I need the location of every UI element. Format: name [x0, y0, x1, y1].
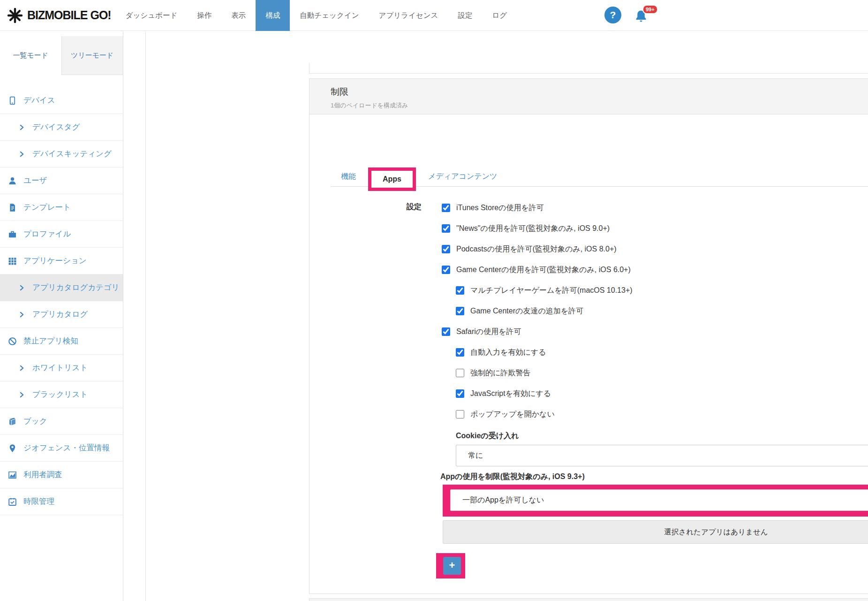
sidebar-item-icon	[19, 285, 25, 291]
main-nav: ダッシュボード操作表示構成自動チェックインアプリライセンス設定ログ	[116, 0, 517, 31]
help-icon[interactable]: ?	[604, 7, 621, 23]
restriction-checkbox[interactable]	[456, 410, 464, 418]
sidebar-item-icon	[8, 337, 17, 346]
sidebar-item-icon	[8, 96, 17, 105]
app-limit-highlight-box: 一部のAppを許可しない	[443, 485, 868, 517]
nav-operation[interactable]: 操作	[187, 0, 221, 31]
settings-form: 設定 iTunes Storeの使用を許可 "News"の使用を許可(監視対象の…	[331, 198, 868, 578]
tab-list-mode[interactable]: 一覧モード	[0, 36, 61, 75]
tab-apps[interactable]: Apps	[368, 167, 416, 191]
settings-label: 設定	[331, 198, 422, 578]
restriction-checkbox[interactable]	[442, 245, 450, 253]
nav-app-license[interactable]: アプリライセンス	[369, 0, 448, 31]
sidebar-item-user[interactable]: ユーザ	[0, 167, 123, 194]
sidebar-item-icon	[8, 471, 17, 479]
sidebar-item-icon	[8, 497, 17, 506]
restriction-checkbox[interactable]	[456, 286, 464, 295]
restriction-checkbox[interactable]	[456, 389, 464, 398]
sidebar-item-template[interactable]: テンプレート	[0, 194, 123, 221]
sidebar-item-icon	[8, 444, 17, 453]
sidebar-item-device[interactable]: デバイス	[0, 87, 123, 114]
previous-section-edge	[309, 63, 868, 74]
restrictions-card: 制限 1個のペイロードを構成済み − 機能Appsメディアコンテンツ 設定 iT…	[309, 78, 868, 594]
nav-settings[interactable]: 設定	[448, 0, 482, 31]
restriction-checkbox[interactable]	[442, 224, 450, 233]
sidebar-item-whitelist[interactable]: ホワイトリスト	[0, 355, 123, 381]
add-app-button[interactable]: +	[443, 557, 461, 575]
logo-asterisk-icon	[7, 7, 23, 24]
restrictions-card-body: − 機能Appsメディアコンテンツ 設定 iTunes Storeの使用を許可 …	[309, 166, 868, 578]
restriction-checkbox[interactable]	[456, 348, 464, 357]
app-limit-select[interactable]: 一部のAppを許可しない	[450, 489, 868, 511]
nav-auto-checkin[interactable]: 自動チェックイン	[290, 0, 369, 31]
sidebar-mode-tabs: 一覧モードツリーモード	[0, 36, 123, 75]
restrictions-subtitle: 1個のペイロードを構成済み	[331, 101, 868, 110]
settings-field: iTunes Storeの使用を許可 "News"の使用を許可(監視対象のみ, …	[422, 198, 868, 578]
sidebar-item-icon	[8, 417, 17, 426]
restrictions-title: 制限	[331, 86, 868, 98]
sidebar-item-device-kitting[interactable]: デバイスキッティング	[0, 141, 123, 167]
tab-tree-mode[interactable]: ツリーモード	[61, 36, 123, 75]
nav-log[interactable]: ログ	[482, 0, 517, 31]
add-app-highlight-box: +	[436, 553, 465, 578]
sidebar-item-usage-survey[interactable]: 利用者調査	[0, 462, 123, 488]
restriction-checkbox[interactable]	[442, 204, 450, 212]
http-proxy-card: グローバルHTTPプロキシ(監視対象のみ) 構成されていません	[309, 598, 868, 601]
sidebar-item-book[interactable]: ブック	[0, 408, 123, 435]
restriction-checkbox[interactable]	[456, 307, 464, 315]
sidebar-item-icon	[19, 392, 25, 398]
top-header: BIZMOBILE GO! ダッシュボード操作表示構成自動チェックインアプリライ…	[0, 0, 868, 31]
nav-dashboard[interactable]: ダッシュボード	[116, 0, 188, 31]
sidebar-item-application[interactable]: アプリケーション	[0, 248, 123, 274]
sidebar-item-icon	[8, 230, 17, 239]
sidebar-item-icon	[8, 176, 17, 185]
sidebar: 一覧モードツリーモード デバイス デバイスタグ デバイスキッティング ユーザ テ…	[0, 31, 123, 601]
sidebar-item-icon	[8, 203, 17, 212]
sidebar-item-icon	[19, 151, 25, 157]
restriction-checkbox[interactable]	[456, 369, 464, 377]
app-logo[interactable]: BIZMOBILE GO!	[0, 7, 111, 24]
notifications-button[interactable]: 99+	[634, 6, 655, 26]
notification-badge: 99+	[642, 5, 658, 14]
app-limit-label: Appの使用を制限(監視対象のみ, iOS 9.3+)	[440, 472, 868, 482]
sidebar-item-app-catalog-category[interactable]: アプリカタログカテゴリ	[0, 274, 123, 301]
cookie-accept-select[interactable]: 常に	[456, 445, 868, 466]
restrictions-tabbar: 機能Appsメディアコンテンツ	[331, 166, 868, 187]
sidebar-item-icon	[19, 124, 25, 130]
sidebar-item-app-catalog[interactable]: アプリカタログ	[0, 301, 123, 328]
cookie-accept-label: Cookieの受け入れ	[456, 431, 868, 441]
sidebar-item-icon	[19, 365, 25, 371]
tab-functions[interactable]: 機能	[331, 166, 366, 187]
nav-view[interactable]: 表示	[221, 0, 256, 31]
restriction-checkbox[interactable]	[442, 327, 450, 336]
sidebar-item-icon	[8, 257, 17, 266]
sidebar-item-blacklist[interactable]: ブラックリスト	[0, 381, 123, 408]
sidebar-item-profile[interactable]: プロファイル	[0, 221, 123, 248]
sidebar-item-banned-app-detection[interactable]: 禁止アプリ検知	[0, 328, 123, 355]
sidebar-item-time-limit[interactable]: 時限管理	[0, 488, 123, 515]
app-title: BIZMOBILE GO!	[27, 8, 111, 22]
sidebar-menu: デバイス デバイスタグ デバイスキッティング ユーザ テンプレート プロファイル…	[0, 87, 123, 515]
nav-configuration[interactable]: 構成	[256, 0, 290, 31]
sidebar-item-geofence[interactable]: ジオフェンス・位置情報	[0, 435, 123, 462]
main-content: 制限 1個のペイロードを構成済み − 機能Appsメディアコンテンツ 設定 iT…	[145, 31, 868, 601]
tab-media-content[interactable]: メディアコンテンツ	[418, 166, 507, 187]
selected-apps-bar[interactable]: 選択されたアプリはありません	[443, 520, 868, 544]
restriction-checkbox[interactable]	[442, 266, 450, 274]
restrictions-card-header: 制限 1個のペイロードを構成済み	[309, 79, 868, 114]
sidebar-item-icon	[19, 312, 25, 318]
sidebar-item-device-tag[interactable]: デバイスタグ	[0, 114, 123, 141]
